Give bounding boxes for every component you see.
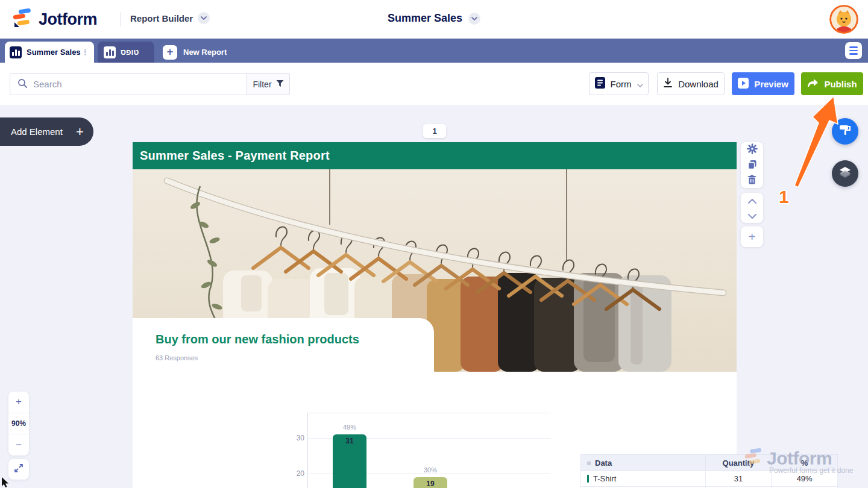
mouse-cursor: [1, 477, 10, 488]
fit-to-screen-button[interactable]: [8, 459, 29, 480]
report-canvas: Add Element + 1 Summer Sales - Payment R…: [0, 105, 868, 488]
report-page[interactable]: Summer Sales - Payment Report: [133, 142, 737, 488]
search-icon: [17, 78, 27, 90]
add-page-rail: +: [741, 227, 763, 247]
duplicate-icon[interactable]: [747, 160, 757, 172]
form-icon: [595, 77, 605, 90]
user-avatar[interactable]: [829, 5, 858, 34]
bar-percent-label: 30%: [414, 466, 447, 474]
tab-second-report[interactable]: טופס: [98, 42, 154, 63]
plus-icon[interactable]: +: [749, 230, 756, 244]
chart-title: Buy from our new fashion products: [156, 333, 359, 346]
bar-sweatshirt[interactable]: 30% 19: [414, 477, 447, 488]
bar-value-label: 19: [414, 480, 447, 488]
report-title-dropdown[interactable]: Summer Sales: [388, 12, 462, 25]
bar-chart[interactable]: 30 20 10 49% 31 30% 19 21% 13: [307, 413, 550, 488]
plus-icon: +: [76, 124, 84, 140]
download-button[interactable]: Download: [657, 72, 725, 95]
layers-icon: [838, 165, 852, 182]
expand-arrows-icon: [14, 463, 24, 475]
jotform-report-builder: { "header": { "brand": "Jotform", "produ…: [0, 0, 868, 488]
search-box[interactable]: [10, 73, 247, 95]
element-move-rail: [741, 193, 763, 223]
zoom-level: 90%: [8, 413, 29, 435]
preview-button[interactable]: Preview: [732, 72, 794, 95]
page-number-badge: 1: [423, 124, 446, 138]
bar-value-label: 31: [333, 437, 366, 445]
publish-share-icon: [807, 78, 819, 89]
download-icon: [663, 78, 673, 90]
bar-chart-icon: [10, 46, 22, 58]
bar-chart-icon: [104, 46, 116, 58]
bar-percent-label: 49%: [333, 424, 366, 431]
form-source-button[interactable]: Form: [589, 72, 649, 95]
play-preview-icon: [738, 78, 749, 90]
report-header-title: Summer Sales - Payment Report: [140, 149, 330, 163]
paint-roller-icon: [838, 124, 852, 139]
report-header-element[interactable]: Summer Sales - Payment Report: [133, 142, 737, 169]
watermark-tagline: Powerful forms get it done: [769, 466, 857, 475]
jotform-logo-icon: [743, 447, 763, 470]
zoom-out-button[interactable]: −: [8, 434, 29, 455]
y-axis-tick: 30: [289, 434, 304, 442]
chevron-down-icon: [637, 79, 643, 89]
element-actions-rail: [741, 142, 763, 188]
trash-icon[interactable]: [747, 175, 756, 187]
tab-menu-dots-icon[interactable]: ⋮: [81, 49, 89, 55]
series-color-chip: [587, 475, 589, 483]
zoom-control: + 90% −: [8, 392, 29, 455]
annotation-step-number: 1: [779, 187, 789, 207]
filter-button[interactable]: Filter: [247, 73, 290, 95]
report-toolbar: Filter Form Download Preview: [0, 63, 868, 105]
filter-funnel-icon: [276, 80, 284, 89]
column-bullet-icon: [587, 461, 591, 465]
new-report-button[interactable]: + New Report: [158, 42, 231, 63]
pages-layers-button[interactable]: [832, 160, 858, 187]
jotform-watermark: Jotform Powerful forms get it done: [743, 447, 857, 475]
tab-list-menu-button[interactable]: [845, 42, 862, 59]
chart-responses-count: 63 Responses: [156, 354, 198, 361]
chevron-down-icon[interactable]: [748, 210, 756, 221]
publish-button[interactable]: Publish: [801, 72, 863, 95]
report-designer-button[interactable]: [832, 118, 858, 145]
bar-t-shirt[interactable]: 49% 31: [333, 434, 366, 488]
chevron-up-icon[interactable]: [748, 195, 756, 206]
tab-summer-sales[interactable]: Summer Sales ⋮: [5, 42, 94, 63]
app-header: Jotform Report Builder Summer Sales: [0, 0, 868, 39]
zoom-in-button[interactable]: +: [8, 392, 29, 413]
settings-gear-icon[interactable]: [747, 143, 758, 157]
plus-icon: +: [163, 45, 177, 60]
watermark-brand: Jotform: [767, 448, 832, 469]
y-axis-tick: 20: [289, 469, 304, 478]
search-input[interactable]: [33, 79, 239, 89]
chevron-down-icon[interactable]: [468, 13, 480, 25]
add-element-button[interactable]: Add Element +: [0, 117, 93, 146]
report-tabbar: Summer Sales ⋮ טופס + New Report: [0, 39, 868, 63]
